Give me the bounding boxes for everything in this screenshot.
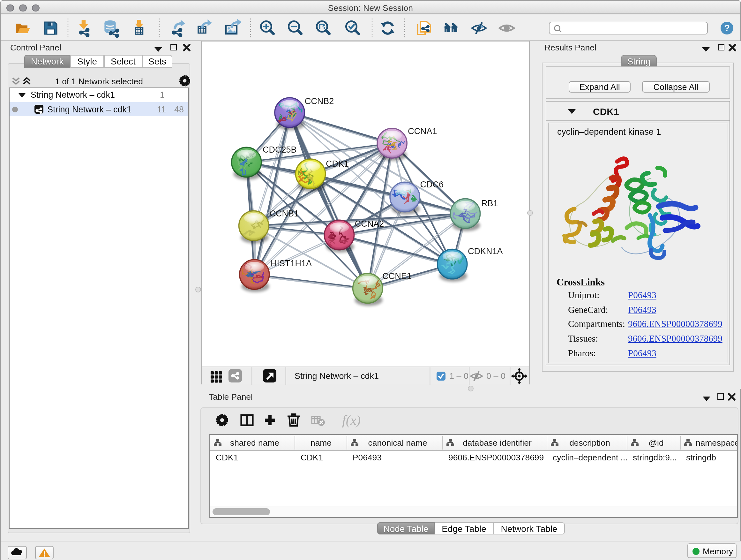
svg-text:CCNA2: CCNA2	[355, 219, 384, 229]
svg-text:database identifier: database identifier	[463, 438, 532, 448]
svg-text:?: ?	[724, 23, 730, 33]
svg-text:CCNE1: CCNE1	[382, 271, 412, 281]
svg-text:canonical name: canonical name	[368, 438, 427, 448]
svg-text:String Network – cdk1: String Network – cdk1	[294, 371, 379, 381]
svg-text:description: description	[569, 438, 610, 448]
svg-text:HIST1H1A: HIST1H1A	[271, 259, 312, 268]
svg-text:RB1: RB1	[481, 199, 498, 208]
svg-text:namespace: namespace	[696, 438, 737, 448]
svg-text:CCNB2: CCNB2	[305, 97, 334, 106]
svg-text:@id: @id	[649, 438, 664, 448]
svg-text:CDK1: CDK1	[326, 159, 349, 169]
svg-text:f(x): f(x)	[342, 413, 360, 428]
svg-text:CDC6: CDC6	[420, 180, 444, 189]
svg-text:CCNA1: CCNA1	[408, 126, 437, 136]
svg-text:1 – 0: 1 – 0	[449, 371, 468, 381]
svg-text:CDKN1A: CDKN1A	[468, 246, 503, 256]
svg-text:shared name: shared name	[230, 438, 279, 448]
svg-text:0 – 0: 0 – 0	[486, 371, 506, 381]
svg-text:CCNB1: CCNB1	[270, 209, 299, 219]
svg-text:CDC25B: CDC25B	[263, 145, 297, 154]
svg-text:name: name	[311, 438, 332, 448]
